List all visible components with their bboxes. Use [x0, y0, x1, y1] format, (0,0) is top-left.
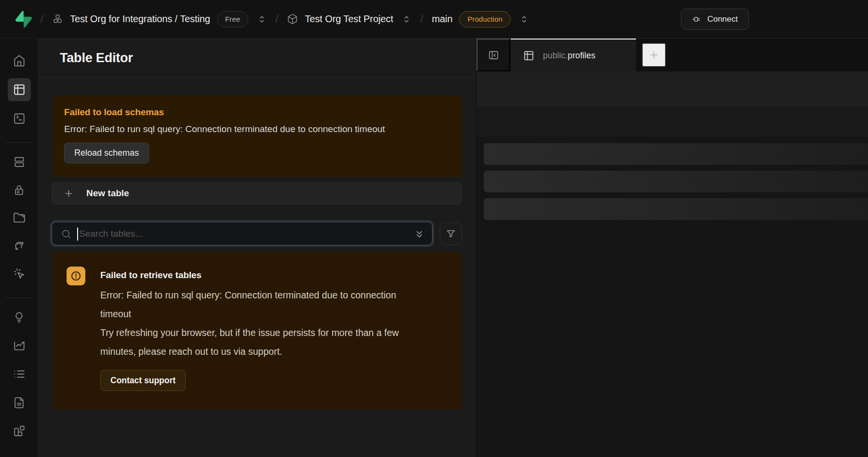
schema-error-message: Error: Failed to run sql query: Connecti…: [64, 124, 450, 134]
reload-schemas-button[interactable]: Reload schemas: [64, 143, 149, 163]
home-icon: [13, 54, 26, 67]
sidebar-item-integrations[interactable]: [8, 419, 31, 443]
orbit-icon: [13, 240, 26, 252]
breadcrumb-separator: /: [420, 13, 423, 26]
branch-switcher[interactable]: main Production: [432, 11, 529, 27]
alert-warning-icon: [67, 267, 85, 285]
editor-tab-bar: public.profiles: [476, 39, 868, 71]
chart-icon: [13, 339, 26, 352]
tables-error-hint: Try refreshing your browser, but if the …: [100, 323, 423, 361]
search-tables-field[interactable]: [52, 222, 433, 245]
sidebar-divider: [6, 142, 33, 143]
file-text-icon: [13, 397, 25, 409]
terminal-icon: [13, 112, 26, 125]
schema-error-alert: Failed to load schemas Error: Failed to …: [53, 95, 462, 177]
sidebar-item-database[interactable]: [8, 150, 31, 174]
tables-error-alert: Failed to retrieve tables Error: Failed …: [53, 252, 462, 409]
sidebar-item-advisors[interactable]: [8, 306, 31, 329]
top-navigation-bar: / Test Org for Integrations / Testing Fr…: [0, 0, 868, 39]
table-search-row: [52, 222, 462, 245]
search-icon: [61, 228, 72, 240]
database-icon: [13, 156, 26, 168]
sidebar-item-authentication[interactable]: [8, 178, 31, 202]
skeleton-row: [484, 198, 868, 220]
project-switcher[interactable]: Test Org Test Project: [287, 13, 411, 25]
skeleton-row: [484, 171, 868, 192]
sidebar-item-sql-editor[interactable]: [8, 107, 31, 130]
breadcrumb-separator: /: [41, 13, 43, 26]
collapse-sidebar-button[interactable]: [476, 39, 510, 71]
search-tables-input[interactable]: [79, 222, 397, 245]
grid-editor-panel: public.profiles: [476, 39, 868, 457]
boxes-icon: [52, 13, 63, 25]
sidebar-item-reports[interactable]: [8, 334, 31, 357]
sidebar-item-edge-functions[interactable]: [8, 234, 31, 257]
cursor-click-icon: [13, 268, 26, 280]
chevrons-up-down-icon: [257, 14, 267, 24]
plus-icon: [64, 188, 74, 199]
schema-error-title: Failed to load schemas: [64, 107, 450, 118]
filter-tables-button[interactable]: [440, 223, 462, 245]
plus-icon: [648, 49, 660, 61]
list-icon: [13, 368, 26, 380]
contact-support-button[interactable]: Contact support: [100, 370, 186, 391]
table-icon: [523, 50, 534, 61]
filter-funnel-icon: [446, 228, 456, 239]
primary-sidebar: [0, 39, 39, 457]
project-name: Test Org Test Project: [305, 13, 393, 25]
new-table-label: New table: [86, 188, 129, 199]
chevrons-up-down-icon: [402, 14, 411, 24]
page-title: Table Editor: [60, 51, 133, 66]
folder-icon: [13, 212, 26, 224]
connect-button[interactable]: Connect: [681, 9, 749, 30]
grid-toolbar-placeholder: [476, 71, 868, 107]
sidebar-item-table-editor[interactable]: [8, 78, 31, 101]
sidebar-item-realtime[interactable]: [8, 262, 31, 285]
supabase-logo-icon[interactable]: [15, 11, 32, 28]
text-cursor: [77, 228, 78, 241]
org-switcher[interactable]: Test Org for Integrations / Testing Free: [52, 11, 267, 27]
sidebar-item-storage[interactable]: [8, 206, 31, 229]
panel-collapse-icon: [488, 50, 499, 61]
new-tab-button[interactable]: [642, 43, 665, 67]
lightbulb-icon: [13, 311, 25, 323]
supabase-app: / Test Org for Integrations / Testing Fr…: [0, 0, 868, 457]
table-icon: [13, 83, 26, 96]
chevrons-down-icon[interactable]: [414, 228, 425, 240]
sidebar-item-home[interactable]: [8, 49, 31, 72]
tables-error-message: Error: Failed to run sql query: Connecti…: [100, 286, 421, 323]
sidebar-item-api-docs[interactable]: [8, 391, 31, 414]
sidebar-item-logs[interactable]: [8, 363, 31, 386]
blocks-icon: [13, 425, 26, 437]
skeleton-row: [484, 143, 868, 165]
table-editor-panel: Table Editor Failed to load schemas Erro…: [39, 39, 476, 457]
plan-badge: Free: [217, 11, 248, 27]
chevrons-up-down-icon: [519, 14, 529, 24]
grid-header-placeholder: [476, 107, 868, 137]
tables-error-title: Failed to retrieve tables: [100, 267, 448, 281]
new-table-button[interactable]: New table: [52, 182, 462, 204]
org-name: Test Org for Integrations / Testing: [70, 13, 210, 25]
panel-header: Table Editor: [39, 39, 476, 78]
grid-loading-skeleton: [476, 137, 868, 457]
branch-name: main: [432, 13, 453, 25]
tab-table-name: profiles: [568, 51, 595, 60]
sidebar-divider: [6, 297, 33, 298]
tab-public-profiles[interactable]: public.profiles: [511, 39, 636, 71]
tab-schema-name: public.: [543, 51, 568, 60]
breadcrumb-separator: /: [275, 13, 278, 26]
environment-badge: Production: [459, 11, 511, 27]
connect-label: Connect: [707, 14, 738, 24]
plug-icon: [692, 14, 702, 24]
lock-icon: [13, 184, 25, 196]
box-icon: [287, 13, 298, 25]
